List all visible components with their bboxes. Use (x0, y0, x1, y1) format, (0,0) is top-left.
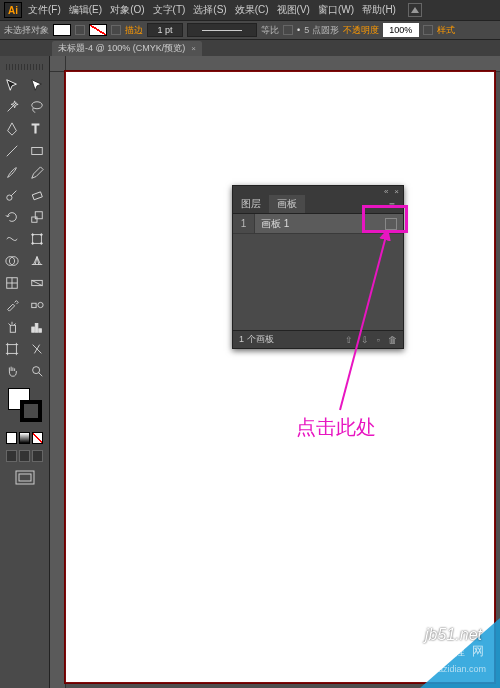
close-tab-icon[interactable]: × (191, 44, 196, 53)
selection-tool[interactable] (0, 74, 25, 96)
svg-rect-5 (32, 192, 42, 200)
artboard-index: 1 (233, 214, 255, 233)
color-mode-solid[interactable] (6, 432, 17, 444)
fill-dropdown[interactable] (75, 25, 85, 35)
menu-bar: Ai 文件(F) 编辑(E) 对象(O) 文字(T) 选择(S) 效果(C) 视… (0, 0, 500, 20)
eraser-tool[interactable] (25, 184, 50, 206)
svg-point-12 (40, 243, 42, 245)
fill-swatch[interactable] (53, 24, 71, 36)
draw-behind[interactable] (19, 450, 30, 462)
menu-edit[interactable]: 编辑(E) (67, 3, 104, 17)
stroke-profile[interactable] (187, 23, 257, 37)
uniform-dropdown[interactable] (283, 25, 293, 35)
stroke-color[interactable] (20, 400, 42, 422)
move-up-icon[interactable]: ⇧ (345, 335, 353, 345)
panel-menu-icon[interactable]: ≡ (381, 198, 403, 213)
tools-grip[interactable] (6, 64, 43, 70)
screen-mode[interactable] (0, 470, 49, 488)
column-graph-tool[interactable] (25, 316, 50, 338)
color-mode-none[interactable] (32, 432, 43, 444)
stroke-dropdown[interactable] (111, 25, 121, 35)
opacity-input[interactable]: 100% (383, 23, 419, 37)
artboards-panel[interactable]: « × 图层 画板 ≡ 1 画板 1 1 个画板 ⇧ ⇩ ▫ 🗑 (232, 185, 404, 349)
svg-rect-3 (32, 148, 43, 155)
opacity-dropdown[interactable] (423, 25, 433, 35)
menu-type[interactable]: 文字(T) (151, 3, 188, 17)
artboard[interactable] (66, 72, 494, 682)
artboard-name[interactable]: 画板 1 (255, 217, 385, 231)
app-logo: Ai (4, 2, 22, 18)
ruler-vertical[interactable] (50, 72, 66, 688)
brush-label[interactable]: 5 点圆形 (304, 24, 339, 37)
magic-wand-tool[interactable] (0, 96, 25, 118)
move-down-icon[interactable]: ⇩ (361, 335, 369, 345)
draw-modes (6, 450, 43, 462)
rectangle-tool[interactable] (25, 140, 50, 162)
pencil-tool[interactable] (25, 162, 50, 184)
pen-tool[interactable] (0, 118, 25, 140)
perspective-grid-tool[interactable] (25, 250, 50, 272)
eyedropper-tool[interactable] (0, 294, 25, 316)
draw-normal[interactable] (6, 450, 17, 462)
artboard-tool[interactable] (0, 338, 25, 360)
menu-window[interactable]: 窗口(W) (316, 3, 356, 17)
stroke-label[interactable]: 描边 (125, 24, 143, 37)
svg-rect-20 (32, 327, 35, 332)
blend-tool[interactable] (25, 294, 50, 316)
gradient-tool[interactable] (25, 272, 50, 294)
menu-effect[interactable]: 效果(C) (233, 3, 271, 17)
direct-selection-tool[interactable] (25, 74, 50, 96)
tab-artboards[interactable]: 画板 (269, 195, 305, 213)
artboard-options-icon[interactable] (385, 218, 397, 230)
ruler-horizontal[interactable] (66, 56, 500, 72)
watermark-brand: 智 勇 典 教 程 网 (375, 643, 486, 660)
slice-tool[interactable] (25, 338, 50, 360)
color-mode-gradient[interactable] (19, 432, 30, 444)
opacity-label[interactable]: 不透明度 (343, 24, 379, 37)
stroke-weight-input[interactable]: 1 pt (147, 23, 183, 37)
menu-help[interactable]: 帮助(H) (360, 3, 398, 17)
collapse-icon[interactable]: « (384, 187, 388, 196)
zoom-tool[interactable] (25, 360, 50, 382)
paintbrush-tool[interactable] (0, 162, 25, 184)
draw-inside[interactable] (32, 450, 43, 462)
new-artboard-icon[interactable]: ▫ (377, 335, 380, 345)
panel-tabs: 图层 画板 ≡ (233, 196, 403, 214)
style-label[interactable]: 样式 (437, 24, 455, 37)
blob-brush-tool[interactable] (0, 184, 25, 206)
stroke-swatch[interactable] (89, 24, 107, 36)
illustrator-window: Ai 文件(F) 编辑(E) 对象(O) 文字(T) 选择(S) 效果(C) 视… (0, 0, 500, 688)
menu-view[interactable]: 视图(V) (275, 3, 312, 17)
ruler-origin[interactable] (50, 56, 66, 72)
menu-file[interactable]: 文件(F) (26, 3, 63, 17)
watermark-site: jb51.net (425, 626, 482, 644)
mesh-tool[interactable] (0, 272, 25, 294)
document-tab[interactable]: 未标题-4 @ 100% (CMYK/预览) × (52, 41, 202, 56)
line-tool[interactable] (0, 140, 25, 162)
panel-close-icon[interactable]: × (394, 187, 399, 196)
document-tab-title: 未标题-4 @ 100% (CMYK/预览) (58, 42, 185, 55)
hand-tool[interactable] (0, 360, 25, 382)
tab-layers[interactable]: 图层 (233, 195, 269, 213)
menu-object[interactable]: 对象(O) (108, 3, 146, 17)
artboard-row[interactable]: 1 画板 1 (233, 214, 403, 234)
width-tool[interactable] (0, 228, 25, 250)
menu-select[interactable]: 选择(S) (191, 3, 228, 17)
artboard-count: 1 个画板 (239, 333, 274, 346)
svg-point-24 (32, 367, 39, 374)
svg-point-11 (32, 243, 34, 245)
fill-stroke-indicator[interactable] (6, 388, 43, 428)
svg-rect-19 (11, 325, 16, 332)
svg-point-18 (38, 302, 43, 307)
shape-builder-tool[interactable] (0, 250, 25, 272)
free-transform-tool[interactable] (25, 228, 50, 250)
lasso-tool[interactable] (25, 96, 50, 118)
svg-rect-17 (32, 303, 36, 307)
type-tool[interactable]: T (25, 118, 50, 140)
scale-tool[interactable] (25, 206, 50, 228)
workspace-switcher[interactable] (408, 3, 422, 17)
symbol-sprayer-tool[interactable] (0, 316, 25, 338)
svg-line-2 (7, 146, 18, 157)
delete-artboard-icon[interactable]: 🗑 (388, 335, 397, 345)
rotate-tool[interactable] (0, 206, 25, 228)
